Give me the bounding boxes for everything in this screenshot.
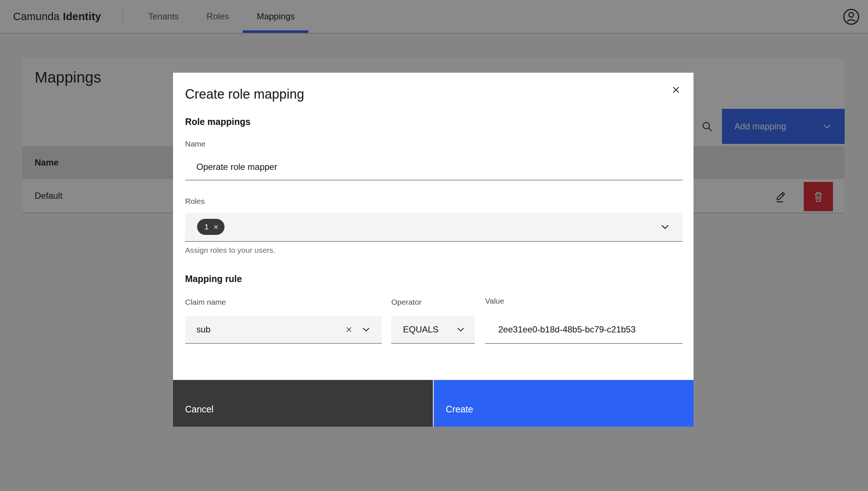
- value-label: Value: [485, 297, 504, 305]
- modal-close-button[interactable]: [667, 81, 685, 99]
- operator-chevron-down-icon: [456, 325, 465, 334]
- roles-selected-tag[interactable]: 1: [197, 219, 224, 235]
- roles-field-label: Roles: [185, 197, 205, 206]
- claim-name-input[interactable]: [185, 316, 324, 343]
- operator-dropdown[interactable]: EQUALS: [391, 316, 475, 344]
- claim-clear-button[interactable]: [345, 325, 353, 334]
- tag-remove-icon[interactable]: [212, 224, 219, 231]
- claim-name-label: Claim name: [185, 298, 226, 307]
- section-mapping-rule: Mapping rule: [185, 274, 242, 284]
- close-icon: [671, 85, 681, 95]
- roles-helper-text: Assign roles to your users.: [185, 246, 275, 255]
- operator-label: Operator: [391, 298, 422, 307]
- modal-footer: Cancel Create: [173, 380, 694, 427]
- name-field-label: Name: [185, 140, 206, 148]
- create-role-mapping-modal: Create role mapping Role mappings Name R…: [173, 73, 694, 427]
- claim-chevron-down-icon: [361, 325, 371, 334]
- claim-name-combobox[interactable]: [185, 316, 382, 344]
- value-input[interactable]: [485, 316, 683, 344]
- section-role-mappings: Role mappings: [185, 117, 250, 127]
- modal-title: Create role mapping: [185, 87, 304, 102]
- operator-selected-value: EQUALS: [403, 324, 438, 335]
- clear-x-icon: [345, 325, 353, 334]
- roles-selected-count: 1: [204, 222, 209, 231]
- roles-multiselect[interactable]: 1: [185, 213, 683, 242]
- create-button[interactable]: Create: [434, 380, 694, 427]
- roles-chevron-down-icon: [660, 222, 670, 232]
- cancel-button[interactable]: Cancel: [173, 380, 433, 427]
- name-input[interactable]: [185, 154, 683, 180]
